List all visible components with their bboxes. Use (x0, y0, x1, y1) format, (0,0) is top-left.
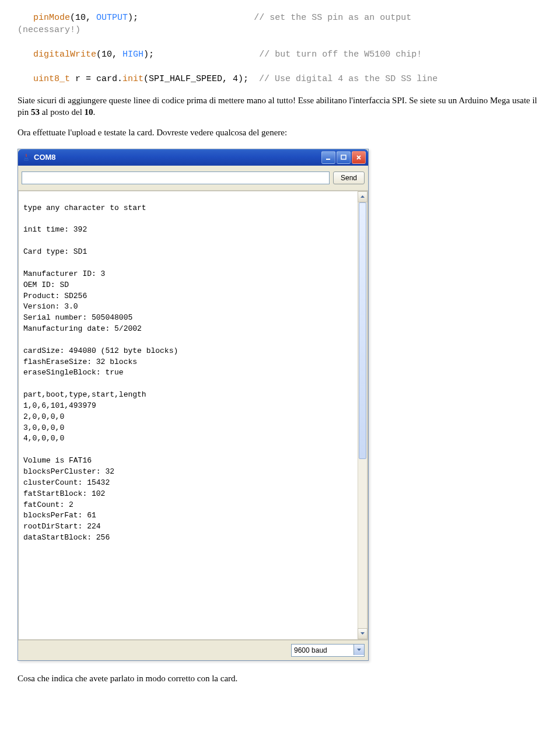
code-t: (10, (96, 50, 123, 59)
code-comment: // set the SS pin as an output (254, 13, 411, 23)
status-bar: 9600 baud (18, 640, 368, 660)
p1-text: Siate sicuri di aggiungere queste linee … (18, 96, 537, 117)
code-fn: digitalWrite (33, 50, 96, 59)
code-comment: // but turn off the W5100 chip! (259, 50, 422, 59)
baud-select[interactable]: 9600 baud (291, 644, 365, 657)
terminal-output: type any character to start init time: 3… (19, 191, 368, 639)
close-button[interactable] (352, 151, 366, 164)
code-comment: (necessary!) (18, 25, 80, 35)
svg-rect-1 (341, 155, 346, 159)
scroll-up-button[interactable] (358, 191, 368, 202)
paragraph-3: Cosa che indica che avete parlato in mod… (18, 673, 542, 684)
code-fn: pinMode (33, 13, 70, 23)
p1-bold-53: 53 (31, 107, 40, 117)
code-comment: // Use digital 4 as the SD SS line (259, 74, 438, 84)
minimize-button[interactable] (321, 151, 335, 164)
p1-end: . (93, 107, 96, 117)
serial-monitor-window: COM8 Send type any character to start in… (18, 149, 369, 661)
code-type: uint8_t (33, 74, 70, 84)
send-button[interactable]: Send (333, 171, 365, 184)
code-t: r = card. (70, 74, 123, 84)
code-t: ); (128, 13, 138, 23)
send-toolbar: Send (18, 166, 368, 191)
java-icon (22, 153, 31, 162)
window-buttons (321, 151, 366, 164)
window-title: COM8 (34, 153, 321, 162)
vertical-scrollbar[interactable] (358, 191, 368, 639)
scroll-down-button[interactable] (358, 628, 368, 639)
baud-value: 9600 baud (294, 646, 327, 654)
paragraph-1: Siate sicuri di aggiungere queste linee … (18, 94, 542, 118)
code-t: (SPI_HALF_SPEED, 4); (144, 74, 249, 84)
maximize-button[interactable] (337, 151, 351, 164)
code-t: ); (144, 50, 154, 59)
p1-bold-10: 10 (85, 107, 93, 117)
svg-rect-0 (326, 159, 330, 160)
terminal-pane: type any character to start init time: 3… (18, 191, 368, 640)
code-t: (10, (70, 13, 96, 23)
chevron-down-icon[interactable] (354, 645, 364, 655)
paragraph-2: Ora effettuate l'upload e testate la car… (18, 127, 542, 138)
code-fn: init (123, 74, 144, 84)
code-block: pinMode(10, OUTPUT); // set the SS pin a… (18, 12, 542, 85)
code-const: HIGH (123, 50, 144, 59)
code-const: OUTPUT (96, 13, 128, 23)
scroll-thumb[interactable] (359, 202, 366, 459)
serial-input[interactable] (22, 171, 330, 184)
titlebar[interactable]: COM8 (18, 149, 368, 166)
p1-mid: al posto del (40, 107, 85, 117)
scroll-track[interactable] (358, 202, 368, 628)
